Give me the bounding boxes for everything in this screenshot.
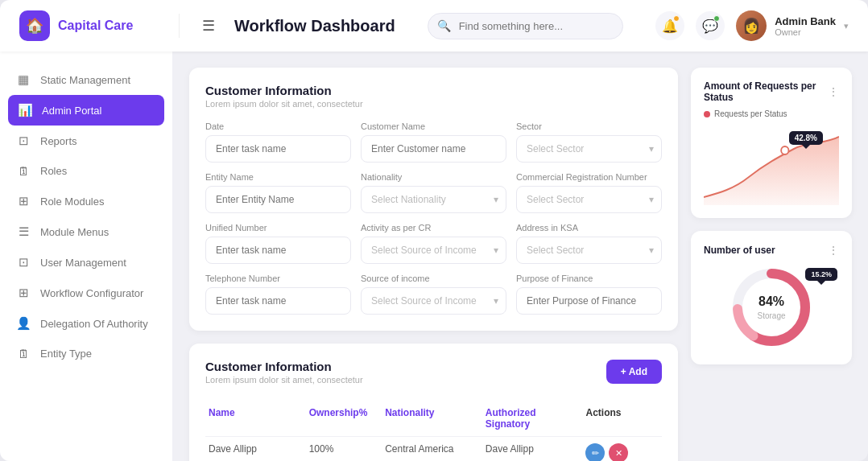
requests-chart-card: Amount of Requests per Status ⋮ Requests… xyxy=(691,68,852,218)
workflow-icon: ⊞ xyxy=(16,286,31,300)
role-modules-icon: ⊞ xyxy=(16,194,31,208)
donut-chart-wrap: 84% Storage 15.2% xyxy=(704,263,839,352)
activity-label: Activity as per CR xyxy=(361,223,506,233)
user-details: Admin Bank Owner xyxy=(775,15,836,37)
search-icon: 🔍 xyxy=(437,19,451,32)
sidebar-label-static-management: Static Management xyxy=(40,74,130,86)
sidebar-label-module-menus: Module Menus xyxy=(40,226,109,238)
sidebar-item-user-management[interactable]: ⊡ User Management xyxy=(0,247,172,278)
notification-dot-green xyxy=(713,15,720,22)
table-header: Customer Information Lorem ipsum dolor s… xyxy=(205,360,662,397)
purpose-finance-input[interactable] xyxy=(516,287,662,315)
users-chart-menu[interactable]: ⋮ xyxy=(828,244,839,257)
chart-icon: ▦ xyxy=(16,72,31,87)
sidebar: ▦ Static Management 📊 Admin Portal ⊡ Rep… xyxy=(0,51,173,461)
date-field-group: Date xyxy=(205,121,351,163)
user-management-icon: ⊡ xyxy=(16,255,31,270)
sidebar-item-reports[interactable]: ⊡ Reports xyxy=(0,126,172,156)
main-center: Customer Information Lorem ipsum dolor s… xyxy=(189,68,678,445)
requests-chart-header: Amount of Requests per Status ⋮ xyxy=(704,80,839,103)
unified-number-input[interactable] xyxy=(205,237,351,264)
sidebar-item-roles[interactable]: 🗓 Roles xyxy=(0,156,172,186)
user-info[interactable]: 👩 Admin Bank Owner ▾ xyxy=(736,10,849,41)
customer-name-input[interactable] xyxy=(361,135,506,163)
activity-select[interactable]: Select Source of Income xyxy=(361,237,506,264)
row-nationality: Central America xyxy=(385,443,482,461)
delegation-icon: 👤 xyxy=(16,316,31,331)
sector-select[interactable]: Select Sector xyxy=(516,135,662,163)
notification-dot-orange xyxy=(673,15,680,22)
address-select[interactable]: Select Sector xyxy=(516,237,662,264)
commercial-reg-label: Commercial Registration Number xyxy=(516,172,662,182)
edit-button[interactable]: ✏ xyxy=(585,443,605,461)
col-header-signatory: Authorized Signatory xyxy=(486,407,583,430)
table-card-subtitle: Lorem ipsum dolor sit amet, consectetur xyxy=(205,375,363,385)
table-title-group: Customer Information Lorem ipsum dolor s… xyxy=(205,360,363,397)
delete-button[interactable]: ✕ xyxy=(609,443,628,461)
sidebar-label-entity-type: Entity Type xyxy=(40,348,92,360)
sidebar-label-roles: Roles xyxy=(40,165,67,177)
nationality-select[interactable]: Select Nationality xyxy=(361,186,506,213)
sidebar-label-admin-portal: Admin Portal xyxy=(42,105,101,117)
sector-field-group: Sector Select Sector xyxy=(516,121,662,163)
table-card-title: Customer Information xyxy=(205,360,363,373)
address-select-wrap: Select Sector xyxy=(516,237,662,264)
logo-area: 🏠 Capital Care xyxy=(19,10,156,41)
activity-field-group: Activity as per CR Select Source of Inco… xyxy=(361,223,506,264)
sidebar-label-reports: Reports xyxy=(40,135,77,147)
nationality-field-group: Nationality Select Nationality xyxy=(361,172,506,213)
requests-area-chart: 42.8% xyxy=(704,125,839,205)
entity-name-input[interactable] xyxy=(205,186,351,213)
source-income-label: Source of income xyxy=(361,274,506,283)
sidebar-label-user-management: User Management xyxy=(40,257,126,269)
users-chart-tooltip: 15.2% xyxy=(805,268,837,281)
page-title: Workflow Dashboard xyxy=(234,17,395,35)
customer-name-field-group: Customer Name xyxy=(361,121,506,163)
purpose-finance-field-group: Purpose of Finance xyxy=(516,274,662,315)
user-name: Admin Bank xyxy=(775,15,836,27)
date-input[interactable] xyxy=(205,135,351,163)
requests-chart-menu[interactable]: ⋮ xyxy=(828,85,839,98)
customer-table-card: Customer Information Lorem ipsum dolor s… xyxy=(189,344,678,461)
address-field-group: Address in KSA Select Sector xyxy=(516,223,662,264)
sidebar-item-role-modules[interactable]: ⊞ Role Modules xyxy=(0,186,172,216)
add-button[interactable]: + Add xyxy=(606,360,662,384)
notification-bell-button[interactable]: 🔔 xyxy=(655,11,684,40)
form-card-title: Customer Information xyxy=(205,84,662,97)
requests-chart-title: Amount of Requests per Status xyxy=(704,80,828,103)
sidebar-item-module-menus[interactable]: ☰ Module Menus xyxy=(0,216,172,247)
purpose-finance-label: Purpose of Finance xyxy=(516,274,662,283)
sidebar-item-static-management[interactable]: ▦ Static Management xyxy=(0,64,172,95)
entity-name-label: Entity Name xyxy=(205,172,351,182)
sidebar-item-admin-portal[interactable]: 📊 Admin Portal xyxy=(8,95,164,126)
sidebar-item-delegation-of-authority[interactable]: 👤 Delegation Of Authority xyxy=(0,308,172,339)
message-button[interactable]: 💬 xyxy=(696,11,725,40)
users-chart-card: Number of user ⋮ 84% Sto xyxy=(691,231,852,364)
search-bar: 🔍 xyxy=(428,13,624,39)
nationality-select-wrap: Select Nationality xyxy=(361,186,506,213)
sidebar-label-delegation-of-authority: Delegation Of Authority xyxy=(40,318,148,330)
unified-number-label: Unified Number xyxy=(205,223,351,233)
sector-select-wrap: Select Sector xyxy=(516,135,662,163)
body-area: ▦ Static Management 📊 Admin Portal ⊡ Rep… xyxy=(0,51,868,461)
users-chart-title: Number of user xyxy=(704,245,775,256)
header-actions: 🔔 💬 👩 Admin Bank Owner ▾ xyxy=(655,10,849,41)
search-input[interactable] xyxy=(428,13,624,39)
right-panel: Amount of Requests per Status ⋮ Requests… xyxy=(691,68,852,445)
col-header-actions: Actions xyxy=(585,407,659,430)
logo-icon: 🏠 xyxy=(19,10,50,41)
form-card-subtitle: Lorem ipsum dolor sit amet, consectetur xyxy=(205,99,662,109)
sidebar-item-entity-type[interactable]: 🗓 Entity Type xyxy=(0,339,172,368)
user-chevron-icon: ▾ xyxy=(844,21,849,31)
source-income-select[interactable]: Select Source of Income xyxy=(361,287,506,315)
app-container: 🏠 Capital Care ☰ Workflow Dashboard 🔍 🔔 … xyxy=(0,0,868,461)
sidebar-item-workflow-configurator[interactable]: ⊞ Workflow Configurator xyxy=(0,278,172,308)
telephone-input[interactable] xyxy=(205,287,351,315)
customer-info-form-card: Customer Information Lorem ipsum dolor s… xyxy=(189,68,678,331)
commercial-reg-select[interactable]: Select Sector xyxy=(516,186,662,213)
form-grid: Date Customer Name Sector Select Sector xyxy=(205,121,662,315)
table-row: Dave Allipp 100% Central America Dave Al… xyxy=(205,437,662,461)
hamburger-icon[interactable]: ☰ xyxy=(202,17,215,35)
table-column-headers: Name Ownership% Nationality Authorized S… xyxy=(205,407,662,437)
module-menus-icon: ☰ xyxy=(16,224,31,239)
